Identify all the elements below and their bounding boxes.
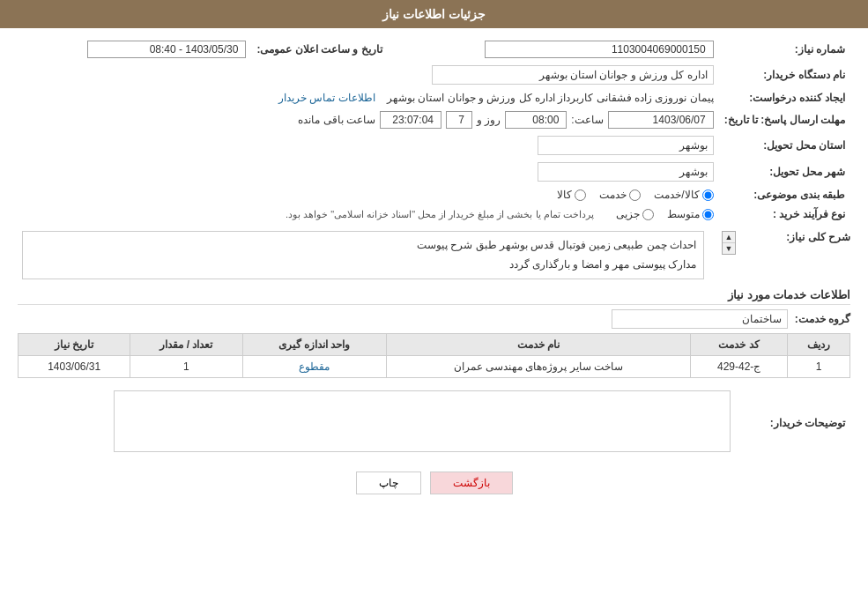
gorohe-label: گروه خدمت: (795, 313, 850, 325)
sharh-line2: مدارک پیوستی مهر و امضا و بارگذاری گردد (30, 256, 696, 275)
mohlet-baghimande-label: ساعت باقی مانده (298, 114, 375, 126)
navae-label: نوع فرآیند خرید : (719, 204, 850, 224)
navae-motavaset[interactable]: متوسط (667, 208, 714, 220)
gorohe-value: ساختمان (612, 309, 788, 329)
mohlet-label: مهلت ارسال پاسخ: تا تاریخ: (719, 108, 850, 132)
mohlet-saat-label: ساعت: (571, 114, 603, 126)
cell-nam: ساخت سایر پروژه‌های مهندسی عمران (386, 356, 691, 378)
nam-dastgah-value: اداره کل ورزش و جوانان استان بوشهر (432, 65, 714, 85)
mohlet-value-cell: 1403/06/07 ساعت: 08:00 روز و 7 23:07:04 … (18, 108, 719, 132)
tawsif-cell (18, 387, 736, 458)
tarikh-elan-value: 1403/05/30 - 08:40 (87, 41, 246, 58)
scroll-down-icon[interactable]: ▼ (723, 243, 735, 254)
tabaqe-khidmat[interactable]: خدمت (599, 189, 641, 201)
tabaqe-label: طبقه بندی موضوعی: (719, 185, 850, 204)
cell-kod: ج-42-429 (691, 356, 788, 378)
cell-tarikh: 1403/06/31 (19, 356, 130, 378)
tabaqe-radio-kala[interactable] (575, 189, 586, 201)
cell-tedad: 1 (130, 356, 242, 378)
col-tarikh: تاریخ نیاز (19, 334, 130, 356)
ostan-value-cell: بوشهر (18, 132, 719, 159)
tabaqe-kala-khidmat-label: کالا/خدمت (654, 189, 699, 201)
tawsif-textarea[interactable] (114, 390, 731, 452)
tabaqe-radio-kala-khidmat[interactable] (702, 189, 714, 201)
shomara-value: 1103004069000150 (485, 41, 714, 58)
col-vahed: واحد اندازه گیری (242, 334, 386, 356)
navae-radio-jozi[interactable] (642, 209, 654, 220)
cell-radif: 1 (787, 356, 849, 378)
btn-chap[interactable]: چاپ (356, 472, 421, 494)
navae-radio-motavaset[interactable] (702, 209, 714, 220)
page-header: جزئیات اطلاعات نیاز (0, 0, 868, 28)
navae-note: پرداخت تمام یا بخشی از مبلغ خریدار از مح… (286, 209, 594, 220)
navae-motavaset-label: متوسط (667, 208, 700, 220)
tawsif-label: توضیحات خریدار: (736, 387, 850, 458)
table-row: 1ج-42-429ساخت سایر پروژه‌های مهندسی عمرا… (19, 356, 850, 378)
tabaqe-kala-label: کالا (557, 189, 572, 201)
shomara-value-cell: 1103004069000150 (388, 37, 719, 62)
col-radif: ردیف (787, 334, 849, 356)
mohlet-date: 1403/06/07 (608, 111, 714, 129)
sharh-content: احداث چمن طبیعی زمین فوتبال قدس بوشهر طب… (22, 231, 704, 279)
btn-bazgasht[interactable]: بازگشت (430, 472, 513, 494)
mohlet-countdown: 23:07:04 (380, 111, 441, 129)
navae-jozi-label: جزیی (616, 208, 640, 220)
scroll-up-icon[interactable]: ▲ (723, 232, 735, 243)
nam-dastgah-label: نام دستگاه خریدار: (719, 62, 850, 88)
nam-dastgah-value-cell: اداره کل ورزش و جوانان استان بوشهر (18, 62, 719, 88)
shahr-label: شهر محل تحویل: (719, 159, 850, 185)
navae-value-cell: متوسط جزیی پرداخت تمام یا بخشی از مبلغ خ… (18, 204, 719, 224)
sharh-label: شرح کلی نیاز: (736, 231, 850, 243)
cell-vahed: مقطوع (242, 356, 386, 378)
tabaqe-kala-khidmat[interactable]: کالا/خدمت (654, 189, 713, 201)
ijad-value: پیمان نوروزی زاده فشقانی کاربرداز اداره … (387, 92, 714, 104)
button-row: بازگشت چاپ (18, 472, 850, 512)
navae-jozi[interactable]: جزیی (616, 208, 654, 220)
tarikh-elan-label: تاریخ و ساعت اعلان عمومی: (251, 37, 387, 62)
tabaqe-value-cell: کالا/خدمت خدمت کالا (18, 185, 719, 204)
service-table: ردیف کد خدمت نام خدمت واحد اندازه گیری ت… (18, 333, 850, 378)
mohlet-rooz: 7 (446, 111, 472, 129)
tabaqe-kala[interactable]: کالا (557, 189, 586, 201)
shomara-label: شماره نیاز: (719, 37, 850, 62)
col-nam: نام خدمت (386, 334, 691, 356)
col-kod: کد خدمت (691, 334, 788, 356)
tarikh-elan-value-cell: 1403/05/30 - 08:40 (18, 37, 251, 62)
shahr-value: بوشهر (538, 162, 714, 182)
ijad-link[interactable]: اطلاعات تماس خریدار (278, 92, 375, 104)
ostan-label: استان محل تحویل: (719, 132, 850, 159)
tabaqe-radio-khidmat[interactable] (629, 189, 641, 201)
khadamat-section-title: اطلاعات خدمات مورد نیاز (18, 288, 850, 305)
mohlet-rooz-label: روز و (477, 114, 501, 126)
ostan-value: بوشهر (538, 136, 714, 155)
tabaqe-khidmat-label: خدمت (599, 189, 627, 201)
shahr-value-cell: بوشهر (18, 159, 719, 185)
ijad-value-cell: پیمان نوروزی زاده فشقانی کاربرداز اداره … (18, 88, 719, 108)
ijad-label: ایجاد کننده درخواست: (719, 88, 850, 108)
header-title: جزئیات اطلاعات نیاز (382, 7, 486, 21)
col-tedad: تعداد / مقدار (130, 334, 242, 356)
mohlet-saat: 08:00 (505, 111, 567, 129)
sharh-line1: احداث چمن طبیعی زمین فوتبال قدس بوشهر طب… (30, 236, 696, 256)
